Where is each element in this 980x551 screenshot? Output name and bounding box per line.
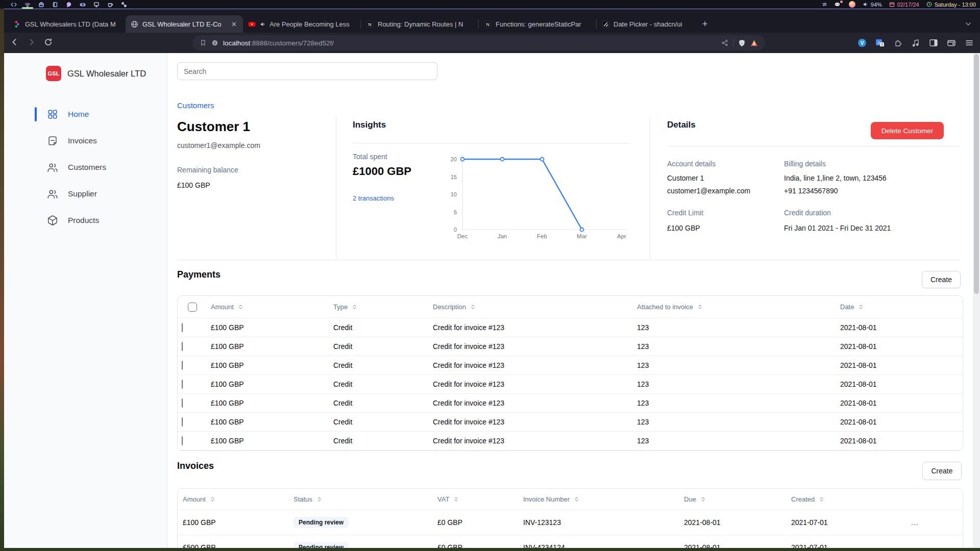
vimium-icon[interactable]: V	[857, 38, 867, 47]
payments-title: Payments	[177, 269, 220, 280]
reload-button[interactable]	[44, 38, 53, 48]
sort-icon	[470, 304, 476, 310]
page-scrollbar[interactable]	[973, 53, 980, 548]
app-sidebar: GSL GSL Wholesaler LTD Home Invoices Cus…	[4, 53, 167, 548]
forward-button[interactable]	[27, 38, 36, 48]
tab-audio-icon[interactable]	[260, 20, 265, 28]
web-page: GSL GSL Wholesaler LTD Home Invoices Cus…	[4, 53, 980, 548]
scrollbar-thumb[interactable]	[974, 54, 979, 294]
payment-description: Credit for invoice #123	[427, 418, 631, 426]
date-indicator[interactable]: 02/17/24	[889, 2, 919, 8]
tab-title: Routing: Dynamic Routes | N	[378, 20, 473, 28]
breadcrumb-customers-link[interactable]: Customers	[177, 101, 214, 110]
sort-icon	[316, 496, 323, 503]
gamepad-workspace-icon[interactable]	[79, 1, 86, 8]
sidebar-item-label: Home	[68, 110, 89, 119]
svg-text:5: 5	[454, 209, 457, 215]
browser-toolbar: localhost:8888/customers/728ed52f/ V Aa	[4, 33, 980, 53]
row-actions-menu[interactable]: ...	[906, 518, 963, 527]
row-checkbox[interactable]	[182, 342, 183, 351]
payments-create-button[interactable]: Create	[922, 271, 961, 288]
monitor-workspace-icon[interactable]	[93, 1, 100, 8]
close-icon[interactable]: ✕	[230, 20, 238, 28]
brave-shield-icon[interactable]	[738, 39, 746, 47]
bookmark-icon[interactable]	[200, 39, 207, 46]
sidebar-item-home[interactable]: Home	[4, 105, 167, 123]
sidebar-item-customers[interactable]: Customers	[4, 158, 167, 177]
row-checkbox[interactable]	[182, 417, 183, 427]
tab-search-chevron-icon[interactable]	[965, 20, 972, 28]
row-checkbox[interactable]	[182, 436, 183, 445]
sidebar-item-supplier[interactable]: Supplier	[4, 185, 167, 203]
nextjs-icon: N	[366, 20, 374, 28]
address-bar[interactable]: localhost:8888/customers/728ed52f/	[192, 35, 765, 51]
column-header-date[interactable]: Date	[834, 303, 963, 311]
code-workspace-icon[interactable]	[10, 1, 17, 8]
sync-icon[interactable]	[822, 2, 827, 7]
select-all-checkbox[interactable]	[188, 303, 197, 312]
delete-customer-button[interactable]: Delete Customer	[871, 122, 944, 139]
url-path: :8888/customers/728ed52f/	[250, 39, 334, 47]
wallet-icon[interactable]	[947, 38, 956, 47]
sidebar-item-label: Customers	[68, 163, 106, 172]
wifi-workspace-icon[interactable]	[24, 1, 31, 8]
back-button[interactable]	[10, 38, 19, 48]
youtube-icon	[248, 20, 256, 28]
row-checkbox[interactable]	[182, 380, 183, 389]
column-header-type[interactable]: Type	[327, 303, 427, 311]
row-actions-menu[interactable]: ...	[906, 543, 963, 548]
divider	[336, 117, 336, 259]
clock-indicator[interactable]: Saturday - 13:00	[926, 2, 976, 8]
column-header-attached[interactable]: Attached to invoice	[631, 303, 834, 311]
payment-description: Credit for invoice #123	[427, 380, 631, 388]
tab-nextjs-routing[interactable]: N Routing: Dynamic Routes | N	[361, 15, 478, 33]
package-workspace-icon[interactable]	[38, 1, 45, 8]
brand[interactable]: GSL GSL Wholesaler LTD	[46, 66, 146, 81]
extensions-puzzle-icon[interactable]	[893, 38, 902, 47]
tab-gsl-app-active[interactable]: GSL Wholesaler LTD E-Co ✕	[126, 15, 243, 33]
column-header-amount[interactable]: Amount	[205, 303, 327, 311]
payment-invoice: 123	[631, 399, 834, 407]
sidebar-panel-icon[interactable]	[929, 38, 938, 47]
menu-icon[interactable]	[965, 38, 974, 47]
book-workspace-icon[interactable]	[52, 1, 59, 8]
url-text[interactable]: localhost:8888/customers/728ed52f/	[223, 39, 717, 47]
site-info-icon[interactable]	[211, 39, 218, 46]
payment-amount: £100 GBP	[205, 399, 327, 407]
tab-figma[interactable]: GSL Wholesalers LTD (Data M	[8, 15, 126, 33]
volume-indicator[interactable]: 94%	[863, 2, 882, 8]
sidebar-item-products[interactable]: Products	[4, 211, 167, 230]
search-input[interactable]	[177, 62, 437, 80]
column-header-status[interactable]: Status	[288, 495, 432, 503]
discord-icon[interactable]	[835, 2, 842, 8]
tab-nextjs-functions[interactable]: N Functions: generateStaticPar	[479, 15, 596, 33]
column-header-vat[interactable]: VAT	[432, 495, 518, 503]
new-tab-button[interactable]: +	[698, 17, 712, 31]
column-header-created[interactable]: Created	[786, 495, 906, 503]
column-header-description[interactable]: Description	[427, 303, 631, 311]
tab-title: GSL Wholesalers LTD (Data M	[25, 20, 120, 28]
payment-invoice: 123	[631, 418, 834, 426]
column-header-amount[interactable]: Amount	[178, 495, 288, 503]
row-checkbox[interactable]	[182, 398, 183, 408]
speaker-icon	[863, 2, 868, 7]
bone-workspace-icon[interactable]	[120, 1, 128, 8]
column-header-due[interactable]: Due	[679, 495, 786, 503]
coffee-workspace-icon[interactable]	[107, 1, 114, 8]
transactions-link[interactable]: 2 transactions	[353, 194, 394, 202]
music-note-icon[interactable]	[911, 38, 920, 47]
tab-youtube[interactable]: Are People Becoming Less	[243, 15, 360, 33]
chat-workspace-icon[interactable]	[65, 1, 72, 8]
system-tray: 94% 02/17/24 Saturday - 13:00	[822, 1, 976, 8]
translate-icon[interactable]: Aa	[875, 38, 885, 47]
invoices-create-button[interactable]: Create	[922, 462, 962, 480]
flame-icon[interactable]	[849, 1, 855, 8]
tab-shadcn[interactable]: Date Picker - shadcn/ui	[597, 15, 695, 33]
brand-name: GSL Wholesaler LTD	[67, 69, 146, 79]
row-checkbox[interactable]	[182, 361, 183, 370]
share-icon[interactable]	[721, 39, 728, 46]
column-header-invoice-number[interactable]: Invoice Number	[518, 495, 679, 503]
sidebar-item-invoices[interactable]: Invoices	[4, 132, 167, 150]
avg-icon[interactable]	[750, 39, 758, 47]
row-checkbox[interactable]	[182, 323, 183, 332]
